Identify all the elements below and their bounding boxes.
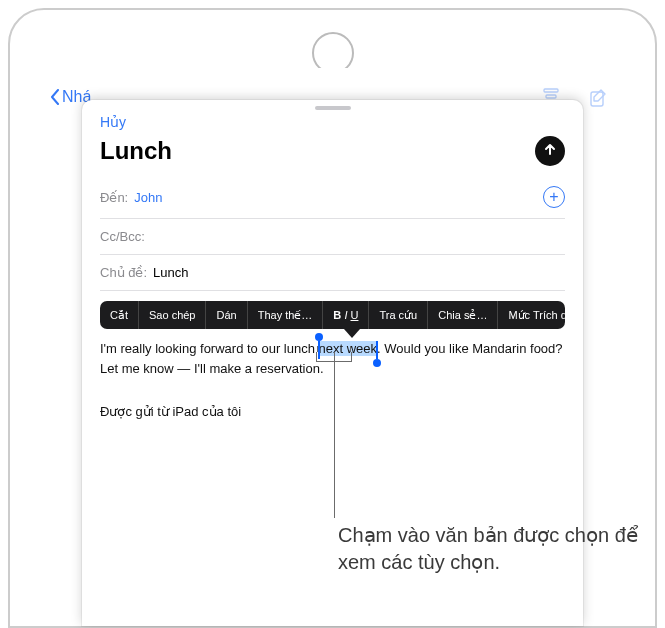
- cancel-button[interactable]: Hủy: [100, 114, 565, 130]
- ctx-copy[interactable]: Sao chép: [139, 301, 206, 329]
- svg-rect-4: [546, 95, 556, 98]
- ctx-cut[interactable]: Cắt: [100, 301, 139, 329]
- arrow-up-icon: [543, 142, 557, 160]
- add-recipient-button[interactable]: +: [543, 186, 565, 208]
- ctx-replace[interactable]: Thay thế…: [248, 301, 324, 329]
- ctx-share[interactable]: Chia sẻ…: [428, 301, 498, 329]
- to-label: Đến:: [100, 190, 128, 205]
- callout-text: Chạm vào văn bản được chọn để xem các tù…: [338, 522, 638, 576]
- subject-value: Lunch: [153, 265, 188, 280]
- ctx-quote-level[interactable]: Mức Trích dẫn: [498, 301, 565, 329]
- ctx-biu[interactable]: B I U: [323, 301, 369, 329]
- selection-handle-end[interactable]: [376, 341, 378, 359]
- callout-line: [334, 352, 335, 518]
- body-before: I'm really looking forward to our lunch: [100, 341, 319, 356]
- ctx-lookup[interactable]: Tra cứu: [369, 301, 428, 329]
- mail-title: Lunch: [100, 137, 172, 165]
- to-field[interactable]: Đến: John +: [100, 176, 565, 219]
- subject-label: Chủ đề:: [100, 265, 147, 280]
- mail-signature[interactable]: Được gửi từ iPad của tôi: [100, 404, 565, 419]
- ctx-paste[interactable]: Dán: [206, 301, 247, 329]
- text-context-menu: Cắt Sao chép Dán Thay thế… B I U Tra cứu…: [100, 301, 565, 329]
- cc-bcc-field[interactable]: Cc/Bcc:: [100, 219, 565, 255]
- compose-icon[interactable]: [589, 88, 609, 112]
- subject-field[interactable]: Chủ đề: Lunch: [100, 255, 565, 291]
- send-button[interactable]: [535, 136, 565, 166]
- to-value[interactable]: John: [134, 190, 162, 205]
- svg-rect-3: [544, 89, 558, 92]
- cc-bcc-label: Cc/Bcc:: [100, 229, 145, 244]
- ctx-pointer: [344, 329, 360, 338]
